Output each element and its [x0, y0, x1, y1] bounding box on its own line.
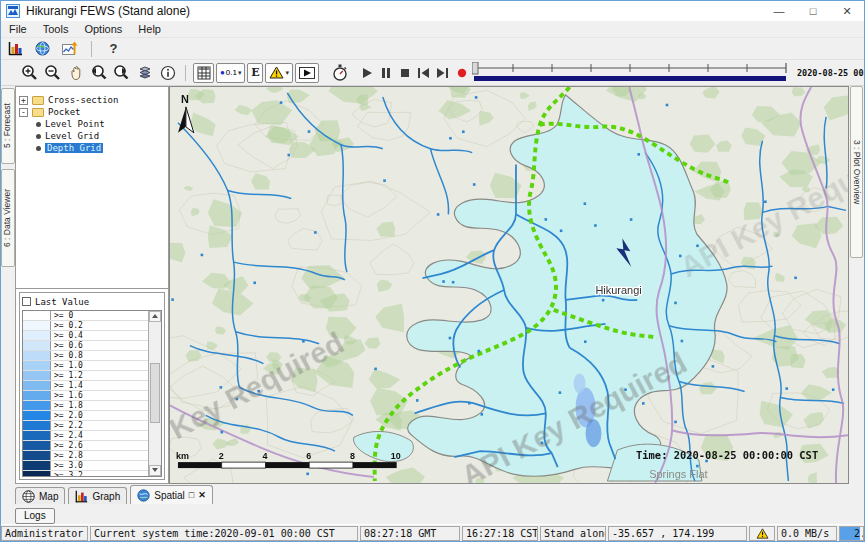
logs-row: Logs	[1, 504, 864, 524]
legend-panel: Last Value >= 0 >= 0.2 >= 0.4 >= 0.6 >= …	[16, 289, 168, 483]
zoom-previous-button[interactable]	[88, 63, 109, 83]
tab-spatial[interactable]: Spatial □ ✕	[130, 485, 213, 504]
zoom-next-button[interactable]	[111, 63, 132, 83]
tree-item-label: Cross-section	[48, 95, 118, 105]
last-value-label: Last Value	[35, 297, 89, 307]
status-warning[interactable]	[749, 526, 775, 541]
app-window: Hikurangi FEWS (Stand alone) — □ ✕ File …	[0, 0, 865, 542]
hand-pan-icon	[68, 65, 83, 81]
longitudinal-profile-button[interactable]	[59, 39, 80, 59]
skip-end-icon	[436, 67, 449, 79]
scroll-up-icon[interactable]	[149, 311, 161, 322]
map-view[interactable]: API Key Required API Key Required API Ke…	[169, 86, 849, 484]
play-icon	[361, 67, 373, 79]
grid-display-button[interactable]	[193, 63, 214, 83]
tree-item-depth-grid[interactable]: Depth Grid	[33, 142, 165, 154]
scale-e-icon: E	[251, 66, 259, 79]
app-icon	[6, 4, 20, 18]
grid-icon	[197, 66, 211, 80]
legend-row: >= 2.8	[23, 451, 148, 461]
pan-button[interactable]	[65, 63, 86, 83]
menu-tools[interactable]: Tools	[35, 21, 77, 37]
graphs-button[interactable]	[5, 39, 26, 59]
legend-row: >= 1.2	[23, 371, 148, 381]
main-toolbar: ?	[1, 38, 864, 60]
toolbar-separator	[91, 41, 92, 57]
expand-icon[interactable]: +	[19, 96, 28, 105]
last-value-checkbox[interactable]	[22, 297, 31, 306]
skip-end-button[interactable]	[434, 63, 451, 83]
help-button[interactable]: ?	[103, 39, 124, 59]
legend-row: >= 2.0	[23, 411, 148, 421]
vertical-scale-button[interactable]: E	[247, 63, 263, 83]
menu-file[interactable]: File	[1, 21, 35, 37]
tree-item-pocket[interactable]: - Pocket	[19, 106, 165, 118]
tree-item-label: Level Point	[45, 119, 105, 129]
legend-swatch	[23, 351, 51, 360]
maximize-button[interactable]: □	[796, 1, 830, 21]
skip-start-button[interactable]	[415, 63, 432, 83]
layer-tree: + Cross-section - Pocket Level Point Lev…	[16, 87, 168, 289]
movie-play-icon	[299, 67, 315, 79]
tree-item-level-point[interactable]: Level Point	[33, 118, 165, 130]
legend-row: >= 2.6	[23, 441, 148, 451]
zoom-next-icon	[113, 64, 130, 81]
tree-item-level-grid[interactable]: Level Grid	[33, 130, 165, 142]
legend-swatch	[23, 391, 51, 400]
tab-graph[interactable]: Graph	[68, 487, 127, 504]
logs-button[interactable]: Logs	[15, 508, 55, 524]
tab-plot-overview[interactable]: 3 : Plot Overview	[850, 86, 863, 258]
legend-row: >= 0.6	[23, 341, 148, 351]
scroll-down-icon[interactable]	[149, 465, 161, 476]
pause-button[interactable]	[377, 63, 394, 83]
status-memory: 2.5 GB	[839, 526, 864, 541]
collapse-icon[interactable]: -	[19, 108, 28, 117]
zoom-previous-icon	[90, 64, 107, 81]
pause-icon	[380, 67, 392, 79]
legend-swatch	[23, 471, 51, 476]
timer-button[interactable]	[329, 63, 350, 83]
tab-forecast[interactable]: 5 : Forecast	[1, 88, 15, 164]
legend-list: >= 0 >= 0.2 >= 0.4 >= 0.6 >= 0.8 >= 1.0 …	[22, 310, 162, 477]
record-button[interactable]	[453, 63, 470, 83]
legend-row: >= 1.6	[23, 391, 148, 401]
legend-scrollbar[interactable]	[148, 311, 161, 476]
tab-maximize-icon[interactable]: □	[189, 490, 194, 500]
legend-swatch	[23, 331, 51, 340]
tree-item-cross-section[interactable]: + Cross-section	[19, 94, 165, 106]
warnings-dropdown[interactable]: ▾	[265, 63, 293, 83]
stop-button[interactable]	[396, 63, 413, 83]
legend-swatch	[23, 341, 51, 350]
map-display-button[interactable]	[32, 39, 53, 59]
wireframe-globe-icon	[22, 490, 35, 503]
animation-button[interactable]	[295, 63, 319, 83]
scrollbar-thumb[interactable]	[150, 363, 160, 423]
minimize-button[interactable]: —	[762, 1, 796, 21]
threshold-dot-icon: ●	[220, 68, 225, 77]
bullet-icon	[36, 122, 41, 127]
tab-close-icon[interactable]: ✕	[198, 490, 206, 500]
svg-text:4: 4	[262, 451, 267, 461]
stop-icon	[399, 67, 411, 79]
menu-help[interactable]: Help	[130, 21, 169, 37]
svg-text:km: km	[176, 451, 189, 461]
play-button[interactable]	[358, 63, 375, 83]
chevron-down-icon: ▾	[238, 69, 242, 77]
svg-text:N: N	[181, 93, 189, 105]
layers-button[interactable]	[134, 63, 155, 83]
legend-swatch	[23, 431, 51, 440]
skip-start-icon	[417, 67, 430, 79]
zoom-in-icon	[21, 64, 38, 81]
zoom-out-button[interactable]	[42, 63, 63, 83]
tab-data-viewer[interactable]: 6 : Data Viewer	[1, 169, 15, 267]
threshold-dropdown[interactable]: ●0.1▾	[216, 63, 245, 83]
zoom-in-button[interactable]	[19, 63, 40, 83]
legend-row: >= 0.8	[23, 351, 148, 361]
bar-chart-icon	[75, 490, 88, 503]
tab-map[interactable]: Map	[15, 487, 65, 504]
menu-options[interactable]: Options	[76, 21, 130, 37]
timeline-slider[interactable]	[472, 62, 790, 84]
timeline-handle[interactable]	[472, 62, 478, 74]
close-button[interactable]: ✕	[830, 1, 864, 21]
info-button[interactable]	[157, 63, 178, 83]
